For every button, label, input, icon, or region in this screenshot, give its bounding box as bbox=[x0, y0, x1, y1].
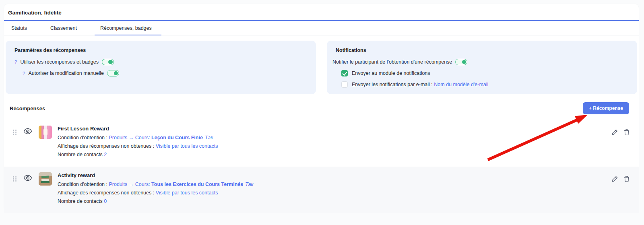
drag-handle-icon[interactable] bbox=[13, 176, 17, 182]
delete-trash-icon[interactable] bbox=[623, 129, 631, 136]
condition-link[interactable]: Produits → Cours: Leçon du Cours FinieТа… bbox=[109, 135, 213, 140]
contacts-count-link[interactable]: 2 bbox=[104, 152, 107, 157]
rewards-settings-title: Paramètres des récompenses bbox=[14, 47, 307, 53]
use-rewards-toggle-row: ? Utiliser les récompenses et badges bbox=[14, 59, 307, 65]
delete-trash-icon[interactable] bbox=[623, 175, 631, 183]
use-rewards-label: Utiliser les récompenses et badges bbox=[20, 59, 99, 65]
reward-condition-line: Condition d'obtention : Produits → Cours… bbox=[58, 135, 611, 140]
reward-contacts-line: Nombre de contacts 0 bbox=[58, 198, 611, 204]
add-reward-button[interactable]: + Récompense bbox=[583, 102, 629, 114]
reward-row-activity: Activity reward Condition d'obtention : … bbox=[4, 167, 639, 213]
rewards-section-title: Récompenses bbox=[10, 105, 45, 111]
rewards-settings-panel: Paramètres des récompenses ? Utiliser le… bbox=[6, 41, 316, 94]
display-visibility-link[interactable]: Visible par tous les contacts bbox=[156, 143, 218, 149]
tab-recompenses-badges[interactable]: Récompenses, badges bbox=[96, 21, 156, 35]
visibility-eye-icon[interactable] bbox=[23, 174, 32, 182]
display-visibility-link[interactable]: Visible par tous les contacts bbox=[156, 190, 218, 196]
notify-participant-label: Notifier le participant de l'obtention d… bbox=[332, 59, 452, 65]
notifications-title: Notifications bbox=[336, 47, 628, 53]
toggle-knob bbox=[462, 60, 466, 64]
reward-thumbnail bbox=[39, 126, 52, 139]
settings-panels: Paramètres des récompenses ? Utiliser le… bbox=[4, 35, 639, 94]
edit-pencil-icon[interactable] bbox=[611, 175, 619, 183]
use-rewards-toggle[interactable] bbox=[102, 59, 114, 65]
reward-details: Activity reward Condition d'obtention : … bbox=[58, 172, 611, 207]
reward-name: Activity reward bbox=[58, 172, 611, 178]
reward-actions bbox=[611, 129, 631, 136]
email-template-link[interactable]: Nom du modèle d'e-mail bbox=[434, 82, 488, 87]
edit-pencil-icon[interactable] bbox=[611, 129, 619, 136]
page-title: Gamification, fidélité bbox=[8, 10, 635, 16]
reward-display-line: Affichage des récompenses non obtenues :… bbox=[58, 190, 611, 196]
toggle-knob bbox=[108, 60, 113, 64]
page-header: Gamification, fidélité bbox=[4, 4, 639, 21]
notifications-panel: Notifications Notifier le participant de… bbox=[327, 41, 637, 94]
module-notifications-check-row: Envoyer au module de notifications bbox=[341, 70, 628, 76]
visibility-eye-icon[interactable] bbox=[23, 128, 32, 135]
email-notifications-checkbox[interactable] bbox=[341, 81, 348, 88]
reward-actions bbox=[611, 175, 631, 183]
reward-details: First Lesson Reward Condition d'obtentio… bbox=[58, 126, 611, 160]
drag-handle-icon[interactable] bbox=[13, 130, 17, 135]
reward-contacts-line: Nombre de contacts 2 bbox=[58, 152, 611, 157]
condition-link[interactable]: Produits → Cours: Tous les Exercices du … bbox=[109, 182, 253, 187]
email-notifications-label: Envoyer les notifications par e-mail : N… bbox=[352, 82, 488, 87]
tab-classement[interactable]: Classement bbox=[46, 21, 81, 35]
toggle-knob bbox=[114, 71, 118, 76]
manual-edit-toggle[interactable] bbox=[107, 70, 119, 76]
help-icon[interactable]: ? bbox=[23, 71, 25, 76]
manual-edit-toggle-row: ? Autoriser la modification manuelle bbox=[23, 70, 307, 76]
reward-name: First Lesson Reward bbox=[58, 126, 611, 132]
main-card: Gamification, fidélité Statuts Classemen… bbox=[4, 4, 639, 211]
tab-statuts[interactable]: Statuts bbox=[7, 21, 31, 35]
reward-display-line: Affichage des récompenses non obtenues :… bbox=[58, 143, 611, 149]
notify-participant-toggle-row: Notifier le participant de l'obtention d… bbox=[332, 59, 628, 65]
rewards-header: Récompenses + Récompense bbox=[4, 94, 639, 120]
help-icon[interactable]: ? bbox=[14, 60, 17, 64]
module-notifications-label: Envoyer au module de notifications bbox=[352, 70, 430, 76]
module-notifications-checkbox[interactable] bbox=[341, 70, 348, 76]
contacts-count-link[interactable]: 0 bbox=[104, 198, 107, 204]
manual-edit-label: Autoriser la modification manuelle bbox=[28, 70, 104, 76]
email-notifications-check-row: Envoyer les notifications par e-mail : N… bbox=[341, 81, 628, 88]
reward-condition-line: Condition d'obtention : Produits → Cours… bbox=[58, 182, 611, 187]
reward-thumbnail bbox=[39, 172, 52, 186]
notify-participant-toggle[interactable] bbox=[455, 59, 467, 65]
tab-bar: Statuts Classement Récompenses, badges bbox=[4, 21, 639, 35]
reward-row-first-lesson: First Lesson Reward Condition d'obtentio… bbox=[4, 120, 639, 167]
